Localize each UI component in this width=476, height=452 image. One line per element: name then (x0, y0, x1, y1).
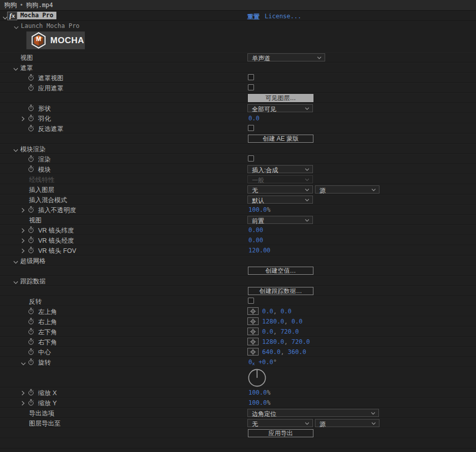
center-point-button[interactable] (247, 348, 259, 356)
export-option-dropdown[interactable]: 边角定位 (247, 409, 379, 417)
effect-header-row: fx Mocha Pro 重置 License... (0, 11, 476, 21)
chevron-right-icon[interactable] (21, 238, 25, 245)
chevron-down-icon[interactable] (21, 360, 26, 367)
feather-value[interactable]: 0.0 (248, 115, 260, 122)
shape-dropdown[interactable]: 全部可见 (247, 104, 313, 112)
vr-lens-fov-value[interactable]: 120.00 (248, 247, 270, 254)
module-view-dropdown[interactable]: 前置 (247, 216, 313, 224)
stopwatch-icon[interactable] (28, 399, 34, 407)
apply-matte-checkbox[interactable] (248, 84, 254, 90)
corner-upper-left-label: 左上角 (38, 308, 57, 316)
license-link[interactable]: License... (265, 13, 301, 20)
invert-label: 反转 (29, 298, 42, 306)
point-separator: , (284, 318, 291, 325)
fx-badge-text: fx (10, 12, 15, 19)
stopwatch-icon[interactable] (28, 237, 34, 245)
scale-y-value[interactable]: 100.0% (248, 399, 270, 406)
stopwatch-icon[interactable] (28, 359, 34, 367)
insert-layer-label: 插入图层 (29, 186, 54, 195)
stopwatch-icon[interactable] (28, 318, 34, 326)
vr-lens-latitude-value[interactable]: 0.00 (248, 227, 263, 234)
chevron-right-icon[interactable] (21, 248, 25, 255)
matte-view-checkbox[interactable] (248, 74, 254, 80)
mocha-logo-button[interactable]: M MOCHA (26, 31, 85, 49)
chevron-down-icon[interactable] (13, 147, 18, 154)
effect-controls-tab[interactable]: 狗狗 • 狗狗.mp4 (4, 1, 53, 10)
point-y: 360.0 (288, 348, 306, 356)
render-checkbox[interactable] (248, 155, 254, 162)
rotation-value[interactable]: 0x +0.0° (248, 359, 277, 366)
invert-matte-checkbox[interactable] (248, 125, 254, 131)
stopwatch-icon[interactable] (28, 74, 34, 82)
vr-lens-longitude-value[interactable]: 0.00 (248, 237, 263, 244)
module-dropdown[interactable]: 插入:合成 (247, 165, 313, 173)
stopwatch-icon[interactable] (28, 115, 34, 123)
stopwatch-icon[interactable] (28, 348, 34, 357)
row-insert-opacity: 插入不透明度 100.0% (0, 205, 476, 215)
chevron-down-icon[interactable] (13, 259, 18, 266)
corner-lower-left-point-button[interactable] (247, 328, 259, 335)
insert-opacity-value[interactable]: 100.0% (248, 206, 270, 213)
point-y: 0.0 (280, 308, 292, 315)
launch-group-row: Launch Mocha Pro (0, 21, 476, 31)
reset-link[interactable]: 重置 (247, 13, 260, 21)
row-vr-lens-longitude: VR 镜头经度 0.00 (0, 235, 476, 245)
apply-export-button[interactable]: 应用导出 (248, 429, 313, 437)
row-module-view: 视图 前置 (0, 215, 476, 225)
insert-blend-mode-dropdown[interactable]: 默认 (247, 196, 313, 204)
corner-upper-left-value[interactable]: 0.0, 0.0 (262, 308, 292, 315)
stopwatch-icon[interactable] (28, 105, 34, 113)
corner-lower-right-value[interactable]: 1280.0, 720.0 (262, 338, 310, 345)
stopwatch-icon[interactable] (28, 308, 34, 316)
create-nulls-button[interactable]: 创建空值… (248, 267, 313, 275)
effect-title[interactable]: Mocha Pro (17, 12, 56, 19)
chevron-right-icon[interactable] (21, 390, 25, 397)
parameter-list: 视图 单声道 遮罩 遮罩视图 应用遮罩 (0, 52, 476, 448)
view-selected: 单声道 (252, 54, 270, 63)
visible-layers-button[interactable]: 可见图层… (248, 94, 313, 102)
stopwatch-icon[interactable] (28, 125, 34, 133)
chevron-right-icon[interactable] (21, 207, 25, 214)
insert-layer-source-dropdown[interactable]: 源 (315, 185, 379, 193)
chevron-right-icon[interactable] (21, 228, 25, 235)
layer-export-to-dropdown[interactable]: 无 (247, 419, 313, 427)
row-insert-blend-mode: 插入混合模式 默认 (0, 195, 476, 205)
stopwatch-icon[interactable] (28, 328, 34, 336)
scale-x-value[interactable]: 100.0% (248, 389, 270, 396)
crosshair-icon (250, 318, 256, 325)
stopwatch-icon[interactable] (28, 247, 34, 255)
opacity-unit: % (267, 206, 270, 213)
stopwatch-icon[interactable] (28, 206, 34, 214)
stopwatch-icon[interactable] (28, 155, 34, 164)
panel-tab-bar: 狗狗 • 狗狗.mp4 (0, 0, 476, 11)
chevron-right-icon[interactable] (21, 400, 25, 407)
insert-layer-dropdown[interactable]: 无 (247, 185, 313, 193)
chevron-down-icon[interactable] (13, 279, 18, 286)
invert-checkbox[interactable] (248, 298, 254, 304)
stopwatch-icon[interactable] (28, 338, 34, 346)
insert-layer-selected: 无 (252, 186, 258, 195)
stopwatch-icon[interactable] (28, 84, 34, 92)
corner-lower-right-point-button[interactable] (247, 338, 259, 345)
corner-upper-left-point-button[interactable] (247, 307, 259, 315)
stopwatch-icon[interactable] (28, 389, 34, 397)
row-render: 渲染 (0, 154, 476, 164)
layer-export-source-dropdown[interactable]: 源 (315, 419, 379, 427)
stopwatch-icon[interactable] (28, 227, 34, 235)
stopwatch-icon[interactable] (28, 166, 34, 174)
create-track-data-button[interactable]: 创建跟踪数据… (248, 287, 313, 295)
corner-upper-right-point-button[interactable] (247, 317, 259, 325)
corner-lower-left-value[interactable]: 0.0, 720.0 (262, 328, 299, 335)
rotation-dial[interactable] (247, 368, 267, 389)
chevron-right-icon[interactable] (21, 116, 25, 123)
center-value[interactable]: 640.0, 360.0 (262, 348, 306, 356)
row-center: 中心 640.0, 360.0 (0, 347, 476, 357)
chevron-down-icon[interactable] (14, 24, 19, 31)
row-module: 模块 插入:合成 (0, 164, 476, 174)
create-ae-mask-button[interactable]: 创建 AE 蒙版 (248, 135, 313, 143)
view-dropdown[interactable]: 单声道 (247, 53, 325, 61)
chevron-down-icon[interactable] (13, 66, 18, 73)
fx-enable-icon[interactable]: fx (7, 12, 17, 20)
corner-upper-right-value[interactable]: 1280.0, 0.0 (262, 318, 303, 325)
row-vr-lens-latitude: VR 镜头纬度 0.00 (0, 225, 476, 235)
